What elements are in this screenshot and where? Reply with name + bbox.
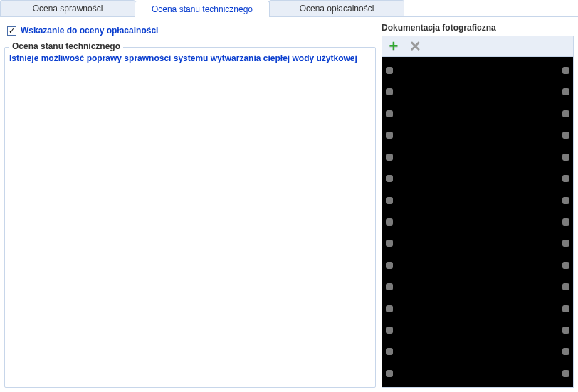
technical-condition-title: Ocena stanu technicznego bbox=[9, 41, 123, 51]
tab-ocena-stanu-technicznego[interactable]: Ocena stanu technicznego bbox=[135, 1, 270, 17]
film-sprocket-hole bbox=[386, 305, 393, 312]
film-sprocket-hole bbox=[386, 218, 393, 226]
film-sprocket-hole bbox=[562, 370, 569, 377]
delete-photo-button[interactable]: ✕ bbox=[408, 39, 422, 53]
film-sprocket-hole bbox=[562, 197, 569, 204]
film-sprocket-hole bbox=[386, 132, 393, 139]
film-sprocket-hole bbox=[562, 348, 569, 355]
film-sprocket-right bbox=[559, 57, 573, 387]
plus-icon: + bbox=[389, 38, 399, 54]
indication-checkbox[interactable]: ✓ bbox=[7, 26, 16, 36]
film-sprocket-hole bbox=[386, 283, 393, 290]
film-sprocket-hole bbox=[386, 110, 393, 117]
indication-label: Wskazanie do oceny opłacalności bbox=[21, 26, 158, 36]
film-sprocket-hole bbox=[562, 218, 569, 226]
film-sprocket-hole bbox=[386, 327, 393, 334]
film-sprocket-hole bbox=[386, 197, 393, 204]
film-sprocket-hole bbox=[386, 67, 393, 74]
photo-docs-pane: Dokumentacja fotograficzna + ✕ bbox=[382, 20, 574, 388]
film-sprocket-hole bbox=[562, 283, 569, 290]
film-sprocket-hole bbox=[386, 154, 393, 161]
tab-bar: Ocena sprawności Ocena stanu techniczneg… bbox=[0, 0, 578, 17]
film-sprocket-hole bbox=[386, 175, 393, 182]
film-sprocket-hole bbox=[562, 262, 569, 269]
add-photo-button[interactable]: + bbox=[387, 39, 401, 53]
film-sprocket-hole bbox=[562, 67, 569, 74]
photo-docs-toolbar: + ✕ bbox=[382, 36, 574, 56]
film-sprocket-hole bbox=[386, 348, 393, 355]
left-pane: ✓ Wskazanie do oceny opłacalności Ocena … bbox=[4, 20, 376, 388]
film-sprocket-hole bbox=[562, 110, 569, 117]
film-sprocket-hole bbox=[562, 154, 569, 161]
film-strip-area[interactable] bbox=[382, 56, 574, 388]
x-icon: ✕ bbox=[409, 39, 421, 53]
film-sprocket-left bbox=[382, 57, 396, 387]
tab-ocena-oplacalnosci[interactable]: Ocena opłacalności bbox=[269, 0, 404, 16]
photo-docs-title: Dokumentacja fotograficzna bbox=[382, 20, 574, 36]
technical-condition-group: Ocena stanu technicznego Istnieje możliw… bbox=[4, 47, 376, 388]
window-root: Ocena sprawności Ocena stanu techniczneg… bbox=[0, 0, 578, 392]
film-sprocket-hole bbox=[562, 240, 569, 247]
film-center bbox=[396, 57, 559, 387]
indication-row: ✓ Wskazanie do oceny opłacalności bbox=[4, 20, 376, 36]
tab-ocena-sprawnosci[interactable]: Ocena sprawności bbox=[0, 0, 135, 16]
film-sprocket-hole bbox=[562, 175, 569, 182]
film-sprocket-hole bbox=[562, 327, 569, 334]
film-sprocket-hole bbox=[562, 88, 569, 95]
film-sprocket-hole bbox=[562, 305, 569, 312]
technical-condition-message[interactable]: Istnieje możliwość poprawy sprawności sy… bbox=[9, 53, 357, 63]
film-sprocket-hole bbox=[562, 132, 569, 139]
content-area: ✓ Wskazanie do oceny opłacalności Ocena … bbox=[0, 17, 578, 392]
film-sprocket-hole bbox=[386, 240, 393, 247]
film-sprocket-hole bbox=[386, 88, 393, 95]
film-sprocket-hole bbox=[386, 370, 393, 377]
film-sprocket-hole bbox=[386, 262, 393, 269]
